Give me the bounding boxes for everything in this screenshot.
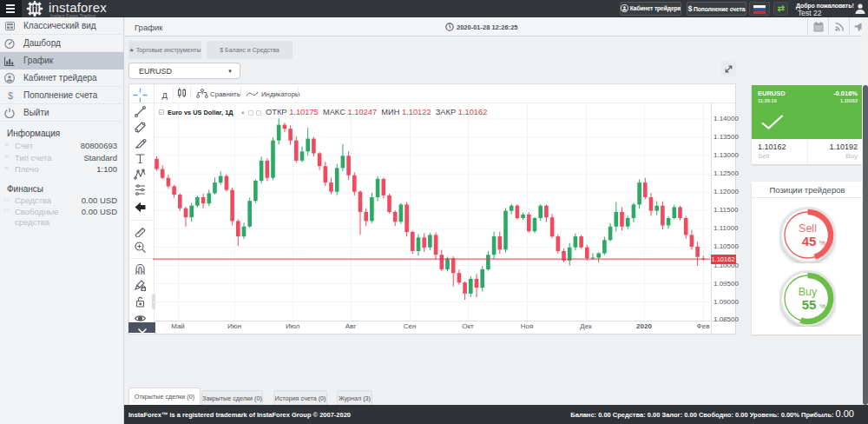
svg-text:45: 45 bbox=[802, 234, 817, 248]
svg-text:Buy: Buy bbox=[799, 286, 818, 298]
svg-text:Sell: Sell bbox=[799, 222, 817, 235]
svg-text:55: 55 bbox=[802, 297, 817, 312]
svg-text:%: % bbox=[819, 239, 825, 247]
svg-text:%: % bbox=[819, 302, 825, 310]
